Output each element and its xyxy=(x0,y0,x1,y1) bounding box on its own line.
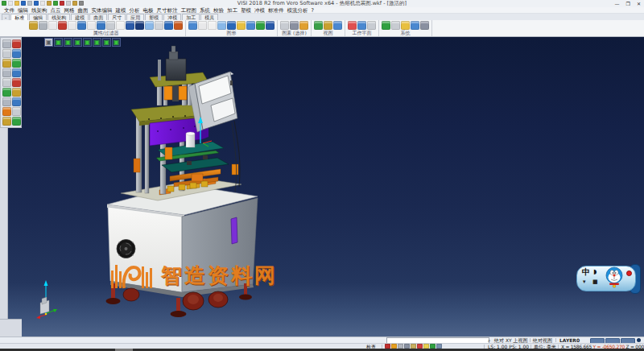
view-mode-label[interactable]: 绝对 XY 上视图 xyxy=(494,337,528,343)
menu-item-尺寸标注[interactable]: 尺寸标注 xyxy=(157,7,178,13)
menu-item-冲模[interactable]: 冲模 xyxy=(254,7,265,13)
left-tool-icon-6[interactable] xyxy=(12,59,21,68)
menu-item-分析[interactable]: 分析 xyxy=(130,7,140,13)
left-tool-icon-1[interactable] xyxy=(2,39,11,48)
3d-viewport[interactable] xyxy=(7,37,644,337)
menu-item-实体编辑[interactable]: 实体编辑 xyxy=(92,7,113,13)
ribbon-tool-icon-6[interactable] xyxy=(77,21,86,30)
ribbon-tool-icon-10[interactable] xyxy=(116,21,125,30)
left-tool-icon-11[interactable] xyxy=(2,88,11,97)
menu-item-塑模[interactable]: 塑模 xyxy=(241,7,251,13)
ime-menu-icon[interactable]: ▾ xyxy=(583,279,586,285)
ribbon-tool-icon-9[interactable] xyxy=(106,21,115,30)
ribbon-tool-icon-14[interactable] xyxy=(155,21,163,30)
ribbon-tab-线架构[interactable]: 线架构 xyxy=(47,14,70,20)
ime-red-button[interactable] xyxy=(626,270,632,276)
ribbon-tool-icon-1[interactable] xyxy=(314,21,323,30)
menu-item-文件[interactable]: 文件 xyxy=(4,7,14,13)
menu-item-系统[interactable]: 系统 xyxy=(200,7,210,13)
ribbon-tool-icon-3[interactable] xyxy=(367,21,376,30)
ribbon-tool-icon-7[interactable] xyxy=(246,21,255,30)
ribbon-tool-icon-1[interactable] xyxy=(348,21,357,30)
ribbon-tool-icon-1[interactable] xyxy=(382,21,390,30)
globe-icon[interactable] xyxy=(637,338,641,342)
ribbon-tool-icon-9[interactable] xyxy=(266,21,275,30)
ribbon-tool-icon-3[interactable] xyxy=(401,21,410,30)
view-cube-icon-3[interactable]: ▣ xyxy=(64,38,72,47)
menu-item-线架构[interactable]: 线架构 xyxy=(31,7,47,13)
ribbon-tool-icon-4[interactable] xyxy=(411,21,419,30)
ribbon-tool-icon-2[interactable] xyxy=(290,21,299,30)
ribbon-tool-icon-4[interactable] xyxy=(58,21,67,30)
active-layer-label[interactable]: LAYER0 xyxy=(559,337,580,343)
ribbon-tool-icon-8[interactable] xyxy=(256,21,265,30)
ribbon-tool-icon-2[interactable] xyxy=(391,21,400,30)
ribbon-tool-icon-3[interactable] xyxy=(299,21,308,30)
ime-moon-icon[interactable]: ◗ xyxy=(593,268,597,275)
ime-skin-icon[interactable]: ■ xyxy=(592,279,598,285)
ribbon-tool-icon-15[interactable] xyxy=(164,21,173,30)
left-tool-icon-16[interactable] xyxy=(12,107,21,116)
minimize-button[interactable]: — xyxy=(615,0,620,7)
left-tool-icon-9[interactable] xyxy=(2,78,11,87)
view-reference-label[interactable]: 绝对视图 xyxy=(533,337,552,343)
ribbon-collapse-button[interactable]: - xyxy=(2,14,10,20)
ribbon-tool-icon-2[interactable] xyxy=(357,21,366,30)
left-tool-icon-18[interactable] xyxy=(12,117,21,126)
ribbon-tool-icon-2[interactable] xyxy=(39,21,47,30)
menu-item-模流分析[interactable]: 模流分析 xyxy=(287,7,308,13)
left-tool-icon-14[interactable] xyxy=(12,97,21,106)
ribbon-tab-塑模[interactable]: 塑模 xyxy=(145,14,163,20)
ribbon-tool-icon-11[interactable] xyxy=(126,21,134,30)
ime-language-mode[interactable]: 中 xyxy=(582,268,590,276)
left-tool-icon-5[interactable] xyxy=(2,59,11,68)
ribbon-tool-icon-4[interactable] xyxy=(217,21,226,30)
ribbon-tab-加工[interactable]: 加工 xyxy=(182,14,200,20)
ribbon-tool-icon-3[interactable] xyxy=(333,21,342,30)
left-tool-icon-10[interactable] xyxy=(12,78,21,87)
ribbon-tool-icon-6[interactable] xyxy=(237,21,246,30)
ribbon-tab-标准[interactable]: 标准 xyxy=(10,14,28,20)
ribbon-tool-icon-5[interactable] xyxy=(68,21,76,30)
view-cube-icon-2[interactable]: ▣ xyxy=(54,38,63,47)
ribbon-tab-应用[interactable]: 应用 xyxy=(126,14,144,20)
menu-item-编辑[interactable]: 编辑 xyxy=(18,7,28,13)
ribbon-tool-icon-12[interactable] xyxy=(135,21,144,30)
left-tool-icon-7[interactable] xyxy=(2,68,11,77)
menu-item-电极[interactable]: 电极 xyxy=(143,7,154,13)
left-tool-icon-4[interactable] xyxy=(12,49,21,58)
left-tool-icon-2[interactable] xyxy=(12,39,21,48)
ribbon-tool-icon-13[interactable] xyxy=(145,21,154,30)
left-tool-icon-15[interactable] xyxy=(2,107,11,116)
ribbon-tool-icon-5[interactable] xyxy=(227,21,236,30)
ribbon-tool-icon-1[interactable] xyxy=(280,21,289,30)
menu-item-加工[interactable]: 加工 xyxy=(227,7,237,13)
ribbon-tool-icon-8[interactable] xyxy=(97,21,105,30)
ribbon-tool-icon-5[interactable] xyxy=(420,21,429,30)
view-cube-icon-7[interactable]: ▣ xyxy=(102,38,111,47)
ribbon-tool-icon-16[interactable] xyxy=(174,21,183,30)
ribbon-tool-icon-3[interactable] xyxy=(48,21,57,30)
left-tool-icon-13[interactable] xyxy=(2,97,11,106)
ribbon-tab-模具[interactable]: 模具 xyxy=(200,14,218,20)
menu-item-网格[interactable]: 网格 xyxy=(64,7,75,13)
search-icon[interactable]: ⌕ xyxy=(488,337,490,343)
ribbon-tab-尺寸[interactable]: 尺寸 xyxy=(108,14,126,20)
ribbon-tool-icon-7[interactable] xyxy=(87,21,96,30)
menu-item-点云[interactable]: 点云 xyxy=(51,7,61,13)
left-tool-icon-3[interactable] xyxy=(2,49,11,58)
menu-item-曲面[interactable]: 曲面 xyxy=(78,7,89,13)
menu-item-工程图[interactable]: 工程图 xyxy=(181,7,197,13)
ribbon-tab-编辑[interactable]: 编辑 xyxy=(29,14,47,20)
ribbon-tab-建模[interactable]: 建模 xyxy=(71,14,89,20)
menu-item-标准件[interactable]: 标准件 xyxy=(268,7,284,13)
view-cube-icon-5[interactable]: ▣ xyxy=(83,38,92,47)
ribbon-tool-icon-2[interactable] xyxy=(324,21,332,30)
view-cube-icon-1[interactable]: ▣ xyxy=(44,38,53,47)
menu-item-建模[interactable]: 建模 xyxy=(116,7,126,13)
close-button[interactable]: ✕ xyxy=(637,0,641,7)
maximize-button[interactable]: ❐ xyxy=(626,0,630,7)
view-cube-icon-6[interactable]: ▣ xyxy=(93,38,101,47)
ribbon-tab-冲模[interactable]: 冲模 xyxy=(163,14,181,20)
ribbon-tab-曲面[interactable]: 曲面 xyxy=(89,14,107,20)
